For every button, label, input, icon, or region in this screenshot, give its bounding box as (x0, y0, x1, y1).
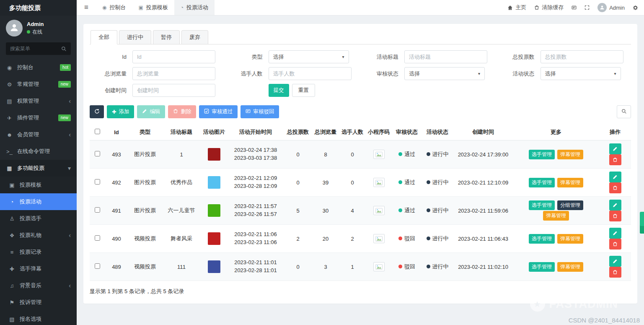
filter-input-id[interactable] (132, 50, 215, 63)
clear-session-button[interactable] (572, 5, 577, 10)
filter-input-votes[interactable] (541, 50, 623, 63)
filter-select-status[interactable]: 选择 ▾ (541, 67, 621, 80)
column-header[interactable]: 更多 (513, 124, 599, 140)
row-checkbox[interactable] (95, 207, 100, 213)
sidebar-item-player[interactable]: ♙投票选手 (0, 210, 77, 227)
filter-input-players[interactable] (269, 67, 352, 80)
submit-button[interactable]: 提交 (269, 84, 289, 97)
home-link[interactable]: 主页 (507, 4, 526, 11)
row-checkbox[interactable] (95, 235, 100, 241)
activity-image[interactable] (208, 204, 220, 217)
fullscreen-button[interactable] (585, 5, 590, 10)
floating-widget[interactable] (640, 212, 644, 234)
qrcode-image[interactable] (373, 150, 385, 159)
row-checkbox[interactable] (95, 263, 100, 269)
filter-input-created[interactable] (132, 84, 215, 97)
sidebar-item-template[interactable]: ▣投票模板 (0, 177, 77, 193)
delete-button[interactable]: 删除 (168, 105, 196, 118)
more-badge[interactable]: 选手管理 (529, 178, 555, 187)
sidebar-item-member[interactable]: ☻会员管理‹ (0, 126, 77, 143)
column-header[interactable]: 活动开始时间 (227, 124, 284, 140)
more-badge[interactable]: 弹幕管理 (557, 262, 583, 272)
row-delete-button[interactable] (609, 182, 621, 193)
filter-input-title[interactable] (404, 50, 487, 63)
topbar-tab-template[interactable]: ▣投票模板 (132, 0, 174, 15)
clear-cache-link[interactable]: 清除缓存 (534, 4, 564, 11)
add-button[interactable]: ✚添加 (107, 105, 134, 118)
more-badge[interactable]: 选手管理 (529, 234, 555, 244)
more-badge[interactable]: 分组管理 (557, 200, 583, 210)
row-edit-button[interactable] (609, 228, 621, 239)
more-badge[interactable]: 选手管理 (529, 150, 555, 159)
status-tab-2[interactable]: 暂停 (153, 30, 180, 44)
menu-search-input[interactable] (10, 46, 61, 52)
activity-image[interactable] (208, 232, 220, 245)
activity-image[interactable] (208, 148, 220, 161)
menu-toggle-icon[interactable]: ≡ (77, 0, 96, 15)
column-header[interactable]: 活动状态 (422, 124, 453, 140)
column-header[interactable]: 操作 (599, 124, 631, 140)
sidebar-item-auth[interactable]: ▤权限管理‹ (0, 93, 77, 109)
more-badge[interactable]: 弹幕管理 (557, 234, 583, 244)
row-edit-button[interactable] (609, 200, 621, 211)
approve-button[interactable]: 审核通过 (199, 105, 238, 118)
status-tab-0[interactable]: 全部 (91, 30, 117, 44)
column-header[interactable]: 总浏览量 (312, 124, 339, 140)
status-tab-1[interactable]: 进行中 (119, 30, 151, 44)
reject-button[interactable]: 审核驳回 (241, 105, 279, 118)
more-badge[interactable]: 选手管理 (529, 262, 555, 272)
topbar-tab-activity[interactable]: ◔投票活动 (174, 0, 215, 15)
more-badge[interactable]: 弹幕管理 (557, 178, 583, 187)
more-badge[interactable]: 弹幕管理 (543, 211, 569, 221)
row-checkbox[interactable] (95, 179, 100, 185)
sidebar-item-music[interactable]: ♫背景音乐‹ (0, 277, 77, 294)
activity-image[interactable] (208, 260, 220, 273)
row-delete-button[interactable] (609, 211, 621, 221)
qrcode-image[interactable] (373, 206, 385, 215)
status-tab-3[interactable]: 废弃 (181, 30, 208, 44)
search-icon[interactable] (61, 46, 67, 52)
row-checkbox[interactable] (95, 151, 100, 156)
sidebar-item-record[interactable]: ≡投票记录 (0, 244, 77, 260)
column-header[interactable]: 活动图片 (201, 124, 227, 140)
filter-select-type[interactable]: 选择 ▾ (269, 50, 349, 63)
sidebar-item-addon[interactable]: ✈插件管理new (0, 109, 77, 126)
settings-button[interactable] (633, 5, 638, 10)
column-header[interactable]: 类型 (128, 124, 162, 140)
column-header[interactable]: 小程序码 (365, 124, 392, 140)
filter-input-views[interactable] (132, 67, 215, 80)
qrcode-image[interactable] (373, 178, 385, 187)
row-edit-button[interactable] (609, 172, 621, 182)
sidebar-item-danmu[interactable]: ✚选手弹幕 (0, 260, 77, 277)
sidebar-item-gift[interactable]: ❖投票礼物‹ (0, 227, 77, 244)
row-delete-button[interactable] (609, 239, 621, 250)
column-header[interactable]: 创建时间 (453, 124, 513, 140)
more-badge[interactable]: 弹幕管理 (557, 150, 583, 159)
qrcode-image[interactable] (373, 262, 385, 271)
topbar-tab-dashboard[interactable]: ◉控制台 (96, 0, 132, 15)
row-edit-button[interactable] (609, 256, 621, 267)
sidebar-item-command[interactable]: >_在线命令管理 (0, 143, 77, 160)
activity-image[interactable] (208, 176, 220, 189)
sidebar-item-activity[interactable]: ◔投票活动 (0, 193, 77, 210)
qrcode-image[interactable] (373, 234, 385, 243)
user-menu[interactable]: Admin (597, 3, 625, 12)
filter-select-audit[interactable]: 选择 ▾ (404, 67, 485, 80)
more-badge[interactable]: 选手管理 (529, 200, 555, 210)
table-search-button[interactable] (617, 105, 631, 118)
column-header[interactable]: 活动标题 (162, 124, 201, 140)
column-header[interactable]: 审核状态 (392, 124, 422, 140)
column-header[interactable]: 总投票数 (284, 124, 312, 140)
sidebar-item-vote[interactable]: ▦多功能投票▾ (0, 160, 77, 177)
sidebar-item-complaint[interactable]: ⚑投诉管理 (0, 294, 77, 311)
refresh-button[interactable] (90, 105, 104, 118)
sidebar-item-dashboard[interactable]: ◉控制台hot (0, 59, 77, 76)
row-edit-button[interactable] (609, 143, 621, 154)
sidebar-item-signup[interactable]: ▧报名选项 (0, 311, 77, 325)
select-all-checkbox[interactable] (95, 129, 100, 134)
row-delete-button[interactable] (609, 267, 621, 278)
edit-button[interactable]: 编辑 (137, 105, 165, 118)
sidebar-item-general[interactable]: ⚙常规管理new (0, 76, 77, 93)
row-delete-button[interactable] (609, 154, 621, 165)
reset-button[interactable]: 重置 (292, 84, 315, 97)
